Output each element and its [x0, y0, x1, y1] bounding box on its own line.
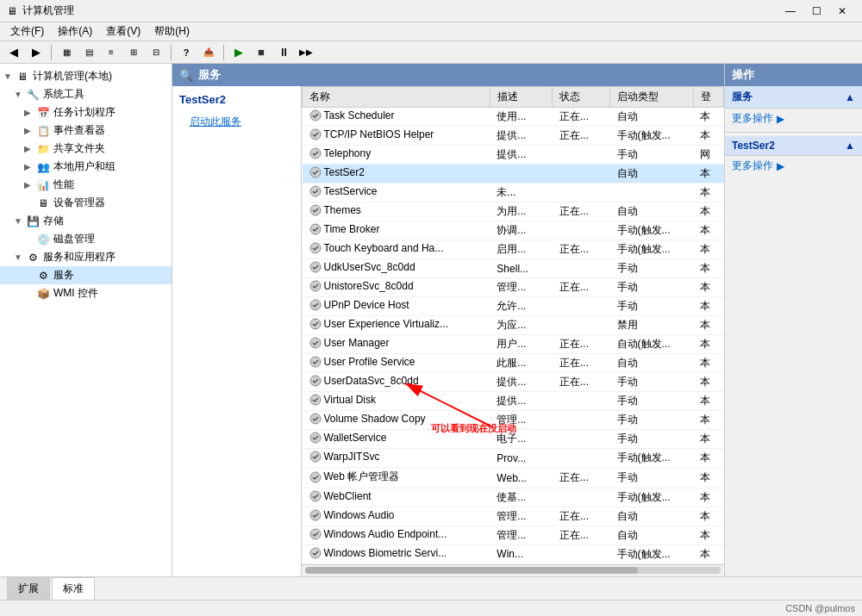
- view-btn-2[interactable]: ▤: [78, 43, 99, 62]
- table-row[interactable]: UPnP Device Host允许...手动本: [303, 297, 724, 316]
- col-desc[interactable]: 描述: [490, 87, 553, 108]
- table-row[interactable]: Volume Shadow Copy管理...手动本: [303, 411, 724, 430]
- row-name: WalletService: [303, 430, 490, 449]
- wmi-label: WMI 控件: [53, 286, 98, 301]
- right-action-more-ops-1[interactable]: 更多操作 ▶: [725, 109, 862, 128]
- services-action[interactable]: 启动此服务: [179, 111, 294, 133]
- table-row[interactable]: WebClient使基...手动(触发...本: [303, 488, 724, 507]
- tab-expand[interactable]: 扩展: [7, 577, 50, 600]
- row-status: [553, 430, 610, 449]
- row-status: 正在...: [553, 468, 610, 488]
- table-row[interactable]: Virtual Disk提供...手动本: [303, 392, 724, 411]
- menu-help[interactable]: 帮助(H): [147, 22, 197, 40]
- play-button[interactable]: ▶: [228, 43, 249, 62]
- row-startup: 手动(触发...: [610, 127, 694, 146]
- table-row[interactable]: UdkUserSvc_8c0ddShell...手动本: [303, 259, 724, 278]
- row-name: Web 帐户管理器: [303, 468, 490, 488]
- table-row[interactable]: Task Scheduler使用...正在...自动本: [303, 108, 724, 127]
- minimize-button[interactable]: —: [778, 3, 803, 20]
- tree-root[interactable]: ▼ 🖥 计算机管理(本地): [0, 67, 172, 85]
- row-name: TestService: [303, 184, 490, 202]
- table-row[interactable]: TestSer2自动本: [303, 165, 724, 184]
- storage-icon: 💾: [26, 215, 40, 228]
- svcapp-expand: ▼: [14, 252, 26, 262]
- tree-storage[interactable]: ▼ 💾 存储: [0, 212, 172, 230]
- table-row[interactable]: User Manager用户...正在...自动(触发...本: [303, 335, 724, 354]
- table-row[interactable]: Windows Audio Endpoint...管理...正在...自动本: [303, 526, 724, 544]
- tree-shared-folders[interactable]: ▶ 📁 共享文件夹: [0, 140, 172, 158]
- restart-button[interactable]: ▶▶: [296, 43, 316, 62]
- table-row[interactable]: WalletService电子...手动本: [303, 430, 724, 449]
- table-row[interactable]: Touch Keyboard and Ha...启用...正在...手动(触发.…: [303, 240, 724, 259]
- row-startup: 手动: [610, 392, 694, 411]
- table-row[interactable]: WarpJITSvcProv...手动(触发...本: [303, 449, 724, 468]
- table-row[interactable]: UnistoreSvc_8c0dd管理...正在...手动本: [303, 278, 724, 297]
- services-table-container[interactable]: 名称 描述 状态 启动类型 登 Task Scheduler使用...正在...…: [302, 86, 724, 564]
- table-row[interactable]: Telephony提供...手动网: [303, 146, 724, 165]
- tree-services[interactable]: ⚙ 服务: [0, 266, 172, 284]
- row-status: [553, 316, 610, 335]
- close-button[interactable]: ✕: [829, 3, 855, 20]
- row-name: Windows Audio: [303, 507, 490, 526]
- tree-task-scheduler[interactable]: ▶ 📅 任务计划程序: [0, 103, 172, 121]
- right-panel: 操作 服务 ▲ 更多操作 ▶ TestSer2 ▲ 更多操作 ▶: [724, 64, 862, 576]
- menu-view[interactable]: 查看(V): [99, 22, 147, 40]
- title-bar: 🖥 计算机管理 — ☐ ✕: [0, 0, 862, 22]
- tree-event-viewer[interactable]: ▶ 📋 事件查看器: [0, 121, 172, 140]
- menu-action[interactable]: 操作(A): [51, 22, 99, 40]
- tree-disk-mgmt[interactable]: 💿 磁盘管理: [0, 230, 172, 248]
- tree-performance[interactable]: ▶ 📊 性能: [0, 176, 172, 194]
- tab-standard[interactable]: 标准: [52, 577, 95, 600]
- stop-button[interactable]: ■: [251, 43, 272, 62]
- row-login: 本: [693, 108, 723, 127]
- toolbar-separator-2: [171, 45, 172, 60]
- row-startup: 手动: [610, 468, 694, 488]
- table-row[interactable]: TestService未...本: [303, 184, 724, 202]
- col-login[interactable]: 登: [693, 87, 723, 108]
- table-row[interactable]: UserDataSvc_8c0dd提供...正在...手动本: [303, 373, 724, 392]
- row-status: 正在...: [553, 507, 610, 526]
- shared-label: 共享文件夹: [53, 141, 105, 156]
- view-btn-4[interactable]: ⊞: [123, 43, 144, 62]
- right-section-testser2-expand[interactable]: ▲: [845, 140, 855, 152]
- forward-button[interactable]: ▶: [26, 43, 47, 62]
- table-row[interactable]: User Experience Virtualiz...为应...禁用本: [303, 316, 724, 335]
- row-login: 本: [693, 221, 723, 240]
- tree-system-tools[interactable]: ▼ 🔧 系统工具: [0, 85, 172, 103]
- tree-device-manager[interactable]: 🖥 设备管理器: [0, 194, 172, 212]
- row-login: 本: [693, 411, 723, 430]
- table-row[interactable]: TCP/IP NetBIOS Helper提供...正在...手动(触发...本: [303, 127, 724, 146]
- table-row[interactable]: Themes为用...正在...自动本: [303, 202, 724, 221]
- row-login: 本: [693, 526, 723, 544]
- col-status[interactable]: 状态: [553, 87, 610, 108]
- table-row[interactable]: Web 帐户管理器Web...正在...手动本: [303, 468, 724, 488]
- right-action-more-ops-2[interactable]: 更多操作 ▶: [725, 156, 862, 176]
- row-status: 正在...: [553, 240, 610, 259]
- help-button[interactable]: ?: [176, 43, 197, 62]
- tree-local-users[interactable]: ▶ 👥 本地用户和组: [0, 158, 172, 176]
- table-row[interactable]: Windows Audio管理...正在...自动本: [303, 507, 724, 526]
- view-btn-5[interactable]: ⊟: [146, 43, 166, 62]
- table-row[interactable]: Windows Biometric Servi...Win...手动(触发...…: [303, 544, 724, 563]
- maximize-button[interactable]: ☐: [803, 3, 829, 20]
- export-button[interactable]: 📤: [198, 43, 219, 62]
- row-login: 本: [693, 468, 723, 488]
- right-section-services-expand[interactable]: ▲: [845, 91, 855, 103]
- col-name[interactable]: 名称: [303, 87, 490, 108]
- row-login: 本: [693, 488, 723, 507]
- pause-button[interactable]: ⏸: [273, 43, 294, 62]
- table-row[interactable]: User Profile Service此服...正在...自动本: [303, 354, 724, 373]
- view-btn-3[interactable]: ≡: [101, 43, 122, 62]
- tree-wmi[interactable]: 📦 WMI 控件: [0, 284, 172, 302]
- right-panel-header: 操作: [725, 64, 862, 86]
- view-btn-1[interactable]: ▦: [56, 43, 77, 62]
- menu-file[interactable]: 文件(F): [3, 22, 51, 40]
- table-row[interactable]: Time Broker协调...手动(触发...本: [303, 221, 724, 240]
- tree-services-apps[interactable]: ▼ ⚙ 服务和应用程序: [0, 248, 172, 266]
- row-desc: 管理...: [490, 411, 553, 430]
- row-desc: 协调...: [490, 221, 553, 240]
- col-startup[interactable]: 启动类型: [610, 87, 694, 108]
- row-login: 本: [693, 127, 723, 146]
- dev-label: 设备管理器: [53, 196, 105, 210]
- back-button[interactable]: ◀: [3, 43, 24, 62]
